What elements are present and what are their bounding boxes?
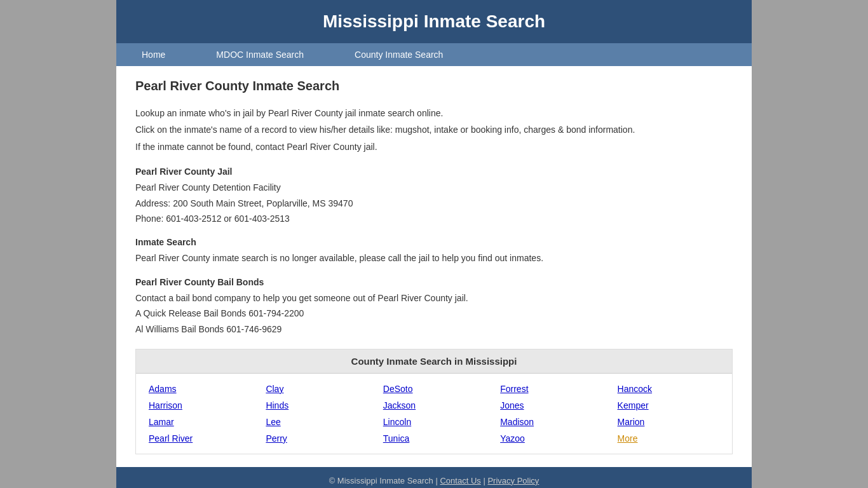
section-line: Address: 200 South Main Street, Poplarvi… [135,196,733,210]
county-link-jackson[interactable]: Jackson [377,399,422,412]
county-cell: Clay [259,384,374,394]
county-table-header: County Inmate Search in Mississippi [136,349,732,374]
county-link-desoto[interactable]: DeSoto [377,383,419,395]
nav-link-mdoc-inmate-search[interactable]: MDOC Inmate Search [191,43,329,66]
section-heading: Pearl River County Bail Bonds [135,277,733,287]
description-line: If the inmate cannot be found, contact P… [135,140,733,154]
privacy-policy-link[interactable]: Privacy Policy [487,476,539,485]
county-link-lee[interactable]: Lee [259,416,287,428]
section-line: Pearl River County inmate search is no l… [135,251,733,265]
county-cell: Jones [494,400,608,410]
page-footer: © Mississippi Inmate Search | Contact Us… [116,467,752,488]
county-cell: Adams [142,384,257,394]
county-cell: Pearl River [142,433,257,444]
section-line: Al Williams Bail Bonds 601-746-9629 [135,322,733,336]
county-link-hancock[interactable]: Hancock [611,383,658,395]
section-line: A Quick Release Bail Bonds 601-794-2200 [135,306,733,320]
county-cell: Yazoo [494,433,608,444]
section-line: Phone: 601-403-2512 or 601-403-2513 [135,212,733,226]
section-heading: Pearl River County Jail [135,166,733,177]
section-line: Pearl River County Detention Facility [135,180,733,194]
footer-copyright: © Mississippi Inmate Search | [329,476,438,485]
county-cell: More [611,433,726,444]
county-cell: Hancock [611,384,726,394]
county-table: County Inmate Search in Mississippi Adam… [135,349,733,454]
county-cell: Kemper [611,400,726,410]
county-cell: Hinds [259,400,374,410]
navigation: HomeMDOC Inmate SearchCounty Inmate Sear… [116,43,752,66]
county-link-yazoo[interactable]: Yazoo [494,432,531,445]
contact-us-link[interactable]: Contact Us [440,476,480,485]
county-link-pearl-river[interactable]: Pearl River [142,432,199,445]
main-content: Pearl River County Inmate Search Lookup … [116,66,752,467]
footer-separator: | [483,476,485,485]
county-link-lamar[interactable]: Lamar [142,416,180,428]
county-link-marion[interactable]: Marion [611,416,651,428]
description-block: Lookup an inmate who's in jail by Pearl … [135,106,733,154]
section-block: Pearl River County Bail BondsContact a b… [135,277,733,336]
county-cell: Marion [611,417,726,427]
nav-link-county-inmate-search[interactable]: County Inmate Search [329,43,468,66]
county-cell: Lincoln [377,417,491,427]
site-title: Mississippi Inmate Search [116,11,752,32]
county-cell: Lamar [142,417,257,427]
county-link-adams[interactable]: Adams [142,383,183,395]
county-link-clay[interactable]: Clay [259,383,290,395]
county-cell: Jackson [377,400,491,410]
county-cell: Tunica [377,433,491,444]
section-heading: Inmate Search [135,237,733,247]
county-cell: Lee [259,417,374,427]
county-cell: Madison [494,417,608,427]
county-cell: Forrest [494,384,608,394]
county-link-lincoln[interactable]: Lincoln [377,416,417,428]
county-cell: DeSoto [377,384,491,394]
county-link-madison[interactable]: Madison [494,416,540,428]
page-title: Pearl River County Inmate Search [135,79,733,93]
county-link-kemper[interactable]: Kemper [611,399,655,412]
county-link-more[interactable]: More [611,432,644,445]
county-cell: Perry [259,433,374,444]
county-link-hinds[interactable]: Hinds [259,399,295,412]
nav-link-home[interactable]: Home [116,43,191,66]
county-link-tunica[interactable]: Tunica [377,432,416,445]
page-header: Mississippi Inmate Search [116,0,752,43]
section-line: Contact a bail bond company to help you … [135,291,733,305]
county-link-forrest[interactable]: Forrest [494,383,534,395]
sections-container: Pearl River County JailPearl River Count… [135,166,733,336]
county-cell: Harrison [142,400,257,410]
section-block: Inmate SearchPearl River County inmate s… [135,237,733,265]
section-block: Pearl River County JailPearl River Count… [135,166,733,226]
county-grid: AdamsClayDeSotoForrestHancockHarrisonHin… [136,374,732,454]
description-line: Click on the inmate's name of a record t… [135,123,733,137]
county-link-perry[interactable]: Perry [259,432,293,445]
description-line: Lookup an inmate who's in jail by Pearl … [135,106,733,120]
county-link-jones[interactable]: Jones [494,399,530,412]
county-link-harrison[interactable]: Harrison [142,399,189,412]
